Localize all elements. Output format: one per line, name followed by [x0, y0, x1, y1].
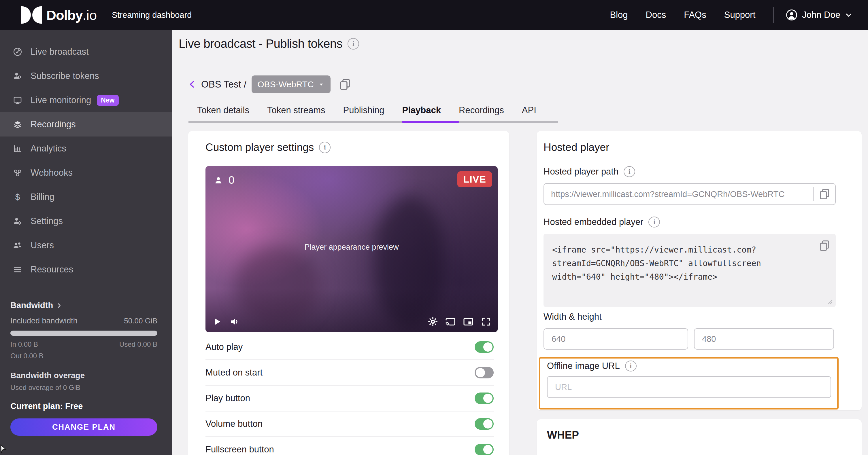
- sidebar-item-settings[interactable]: Settings: [0, 209, 172, 233]
- avatar-icon: [786, 9, 797, 21]
- user-name: John Doe: [802, 10, 840, 20]
- fullscreen-icon[interactable]: [480, 316, 491, 327]
- width-input[interactable]: [544, 328, 688, 350]
- mouse-cursor: [0, 444, 8, 454]
- muted-on-start-toggle[interactable]: [475, 367, 494, 379]
- nav-divider: [773, 7, 774, 23]
- copy-embed-icon[interactable]: [818, 239, 831, 252]
- bar-chart-icon: [13, 144, 23, 154]
- player-settings-info-icon[interactable]: i: [319, 142, 331, 153]
- viewer-person-icon: [214, 175, 223, 185]
- dolby-double-d-icon: [21, 6, 42, 24]
- player-preview-label: Player appearance preview: [206, 243, 498, 252]
- nav-docs-link[interactable]: Docs: [646, 10, 666, 20]
- page-header: Live broadcast - Publish tokens i: [179, 37, 359, 51]
- hosted-player-title: Hosted player: [544, 141, 609, 154]
- breadcrumb: OBS Test / OBS-WebRTC: [188, 75, 352, 93]
- list-icon: [13, 265, 23, 274]
- custom-player-settings-card: Custom player settings i 0 LIVE Player a…: [188, 131, 509, 455]
- sidebar-item-live-broadcast[interactable]: Live broadcast: [0, 40, 172, 64]
- bandwidth-title[interactable]: Bandwidth: [10, 301, 157, 310]
- copy-path-icon[interactable]: [814, 188, 835, 201]
- offline-image-info-icon[interactable]: i: [625, 361, 637, 371]
- user-menu[interactable]: John Doe: [786, 9, 853, 21]
- sidebar-item-analytics[interactable]: Analytics: [0, 136, 172, 161]
- setting-row-fullscreen-button: Fullscreen button: [206, 437, 494, 455]
- width-height-label: Width & height: [544, 312, 602, 322]
- tab-recordings[interactable]: Recordings: [459, 105, 504, 116]
- dollar-icon: $: [13, 192, 23, 202]
- fullscreen-button-toggle[interactable]: [475, 444, 494, 455]
- new-badge: New: [97, 95, 119, 106]
- product-name: Streaming dashboard: [112, 0, 192, 30]
- play-button-toggle[interactable]: [475, 392, 494, 404]
- layers-icon: [13, 120, 23, 129]
- tab-bar: Token details Token streams Publishing P…: [197, 101, 536, 119]
- bandwidth-overage-detail: Used overage of 0 GiB: [10, 384, 157, 392]
- nav-faqs-link[interactable]: FAQs: [684, 10, 706, 20]
- included-bandwidth-value: 50.00 GiB: [124, 317, 157, 325]
- caret-down-icon: [318, 81, 325, 88]
- included-bandwidth-label: Included bandwidth: [10, 317, 78, 325]
- dolby-logo[interactable]: Dolby.io: [21, 0, 97, 30]
- change-plan-button[interactable]: CHANGE PLAN: [10, 418, 157, 436]
- volume-icon[interactable]: [229, 316, 241, 327]
- setting-row-autoplay: Auto play: [206, 334, 494, 360]
- tab-token-streams[interactable]: Token streams: [267, 105, 326, 116]
- tab-token-details[interactable]: Token details: [197, 105, 249, 116]
- sidebar-item-billing[interactable]: $ Billing: [0, 185, 172, 209]
- brand-text: Dolby.io: [46, 7, 97, 23]
- person-gear-icon: [13, 216, 23, 226]
- player-preview[interactable]: 0 LIVE Player appearance preview: [206, 166, 498, 332]
- nav-blog-link[interactable]: Blog: [610, 10, 628, 20]
- volume-button-toggle[interactable]: [475, 418, 494, 430]
- users-icon: [13, 240, 23, 250]
- sidebar-item-users[interactable]: Users: [0, 233, 172, 257]
- monitor-icon: [13, 95, 23, 105]
- offline-image-url-input[interactable]: [547, 376, 831, 398]
- height-input[interactable]: [694, 328, 834, 350]
- embed-code-textarea[interactable]: <iframe src="https://viewer.millicast.co…: [544, 234, 836, 307]
- bandwidth-progress-bar: [10, 331, 157, 336]
- tab-playback[interactable]: Playback: [402, 105, 441, 116]
- nav-support-link[interactable]: Support: [724, 10, 755, 20]
- setting-row-volume-button: Volume button: [206, 411, 494, 436]
- pip-icon[interactable]: [463, 316, 474, 327]
- sidebar-item-live-monitoring[interactable]: Live monitoring New: [0, 88, 172, 112]
- hosted-player-path-value: https://viewer.millicast.com?streamId=GC…: [544, 190, 813, 199]
- gear-icon[interactable]: [427, 316, 438, 327]
- top-bar: Dolby.io Streaming dashboard Blog Docs F…: [0, 0, 868, 30]
- resize-handle-icon[interactable]: [828, 299, 833, 305]
- subscribe-person-icon: [13, 71, 23, 81]
- copy-token-icon[interactable]: [338, 77, 352, 91]
- hosted-player-path-info-icon[interactable]: i: [624, 166, 635, 177]
- cast-icon[interactable]: [445, 316, 456, 327]
- breadcrumb-parent[interactable]: OBS Test /: [201, 79, 246, 90]
- back-chevron-icon[interactable]: [188, 79, 196, 90]
- tab-api[interactable]: API: [522, 105, 536, 116]
- bandwidth-used-value: Used 0.00 B: [119, 340, 157, 349]
- player-settings-title: Custom player settings: [206, 141, 314, 154]
- live-badge: LIVE: [457, 171, 492, 187]
- broadcast-icon: [13, 47, 23, 57]
- embed-code-text: <iframe src="https://viewer.millicast.co…: [552, 243, 761, 284]
- sidebar-nav: Live broadcast Subscribe tokens Live: [0, 40, 172, 282]
- bandwidth-overage-title: Bandwidth overage: [10, 371, 157, 380]
- hosted-player-card: Hosted player Hosted player path i https…: [536, 131, 862, 410]
- autoplay-toggle[interactable]: [475, 341, 494, 353]
- tab-underline-track: [188, 121, 558, 123]
- page-info-icon[interactable]: i: [347, 38, 359, 50]
- tab-publishing[interactable]: Publishing: [343, 105, 384, 116]
- embedded-player-info-icon[interactable]: i: [648, 217, 660, 228]
- viewer-count: 0: [214, 174, 235, 186]
- hosted-player-path-field[interactable]: https://viewer.millicast.com?streamId=GC…: [544, 183, 836, 205]
- current-plan-label: Current plan: Free: [10, 401, 157, 411]
- sidebar-item-webhooks[interactable]: Webhooks: [0, 161, 172, 185]
- chevron-down-icon: [844, 11, 853, 19]
- sidebar-item-subscribe-tokens[interactable]: Subscribe tokens: [0, 64, 172, 88]
- token-select-dropdown[interactable]: OBS-WebRTC: [252, 75, 331, 93]
- chevron-right-icon: [56, 302, 62, 309]
- sidebar-item-resources[interactable]: Resources: [0, 257, 172, 282]
- sidebar-item-recordings[interactable]: Recordings: [0, 112, 172, 136]
- play-button-icon[interactable]: [212, 317, 222, 327]
